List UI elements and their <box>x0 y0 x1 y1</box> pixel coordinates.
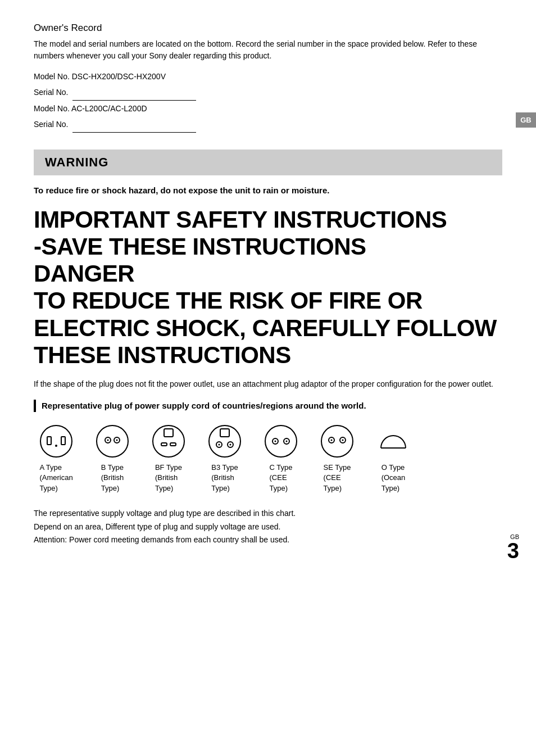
se-type-label: SE Type (CEE Type) <box>324 463 351 494</box>
plug-section-heading: Representative plug of power supply cord… <box>34 400 502 413</box>
plug-item-a-type: A Type (American Type) <box>34 423 79 494</box>
svg-point-17 <box>219 444 220 446</box>
page-num-large: 3 <box>507 539 519 563</box>
warning-title: WARNING <box>45 155 108 169</box>
svg-point-28 <box>342 440 344 441</box>
svg-point-4 <box>97 425 128 457</box>
bottom-text-line3: Attention: Power cord meeting demands fr… <box>34 533 502 547</box>
plugs-container: A Type (American Type) B Type (British T… <box>34 423 502 494</box>
safety-heading-text: IMPORTANT SAFETY INSTRUCTIONS-SAVE THESE… <box>34 206 497 368</box>
owners-record-body: The model and serial numbers are located… <box>34 38 502 62</box>
bottom-text-block: The representative supply voltage and pl… <box>34 507 502 547</box>
svg-rect-1 <box>47 437 51 445</box>
owners-record-title: Owner's Record <box>34 22 502 34</box>
b3-type-label: B3 Type (British Type) <box>211 463 238 494</box>
svg-point-0 <box>40 425 72 457</box>
warning-text: To reduce fire or shock hazard, do not e… <box>34 184 502 197</box>
svg-point-7 <box>107 440 109 441</box>
se-type-icon <box>319 423 355 459</box>
svg-rect-14 <box>220 429 229 437</box>
a-type-icon <box>38 423 74 459</box>
plug-item-se-type: SE Type (CEE Type) <box>315 423 360 494</box>
plug-item-o-type: O Type (Ocean Type) <box>371 423 416 494</box>
svg-point-9 <box>153 425 184 457</box>
plug-item-b-type: B Type (British Type) <box>90 423 135 494</box>
plug-intro-text: If the shape of the plug does not fit th… <box>34 378 502 390</box>
gb-sidebar-label: GB <box>516 112 536 128</box>
svg-rect-12 <box>170 443 176 446</box>
svg-point-13 <box>209 425 240 457</box>
serial2-field <box>72 116 196 133</box>
svg-point-8 <box>116 440 118 441</box>
serial1-label: Serial No. <box>34 88 68 97</box>
plug-item-b3-type: B3 Type (British Type) <box>202 423 247 494</box>
page-container: GB Owner's Record The model and serial n… <box>0 0 536 578</box>
bf-type-icon <box>151 423 187 459</box>
warning-box: WARNING <box>34 150 502 175</box>
o-type-label: O Type (Ocean Type) <box>381 463 406 494</box>
svg-point-24 <box>321 425 353 457</box>
o-type-icon <box>375 423 411 459</box>
svg-rect-10 <box>164 429 173 437</box>
b-type-icon <box>94 423 130 459</box>
c-type-icon <box>263 423 299 459</box>
bottom-text-line1: The representative supply voltage and pl… <box>34 507 502 520</box>
b3-type-icon <box>207 423 243 459</box>
model2-label: Model No. AC-L200C/AC-L200D <box>34 101 502 116</box>
svg-point-3 <box>55 445 57 447</box>
bf-type-label: BF Type (British Type) <box>155 463 182 494</box>
plug-item-bf-type: BF Type (British Type) <box>146 423 191 494</box>
b-type-label: B Type (British Type) <box>101 463 124 494</box>
svg-rect-11 <box>161 443 167 446</box>
model1-label: Model No. DSC-HX200/DSC-HX200V <box>34 69 502 84</box>
serial1-field <box>72 84 196 101</box>
svg-point-22 <box>275 441 276 442</box>
model-serial-block: Model No. DSC-HX200/DSC-HX200V Serial No… <box>34 69 502 133</box>
a-type-label: A Type (American Type) <box>39 463 72 494</box>
plug-item-c-type: C Type (CEE Type) <box>258 423 303 494</box>
svg-point-27 <box>331 440 333 441</box>
bottom-text-line2: Depend on an area, Different type of plu… <box>34 520 502 534</box>
svg-point-23 <box>286 441 288 442</box>
c-type-label: C Type (CEE Type) <box>270 463 293 494</box>
serial2-row: Serial No. <box>34 116 502 133</box>
svg-point-18 <box>230 444 231 446</box>
serial2-label: Serial No. <box>34 120 68 129</box>
svg-point-19 <box>265 425 297 457</box>
serial1-row: Serial No. <box>34 84 502 101</box>
page-number-container: GB 3 <box>507 533 519 562</box>
owners-record-section: Owner's Record The model and serial numb… <box>34 22 502 133</box>
safety-heading: IMPORTANT SAFETY INSTRUCTIONS-SAVE THESE… <box>34 206 502 369</box>
svg-rect-2 <box>61 437 65 445</box>
